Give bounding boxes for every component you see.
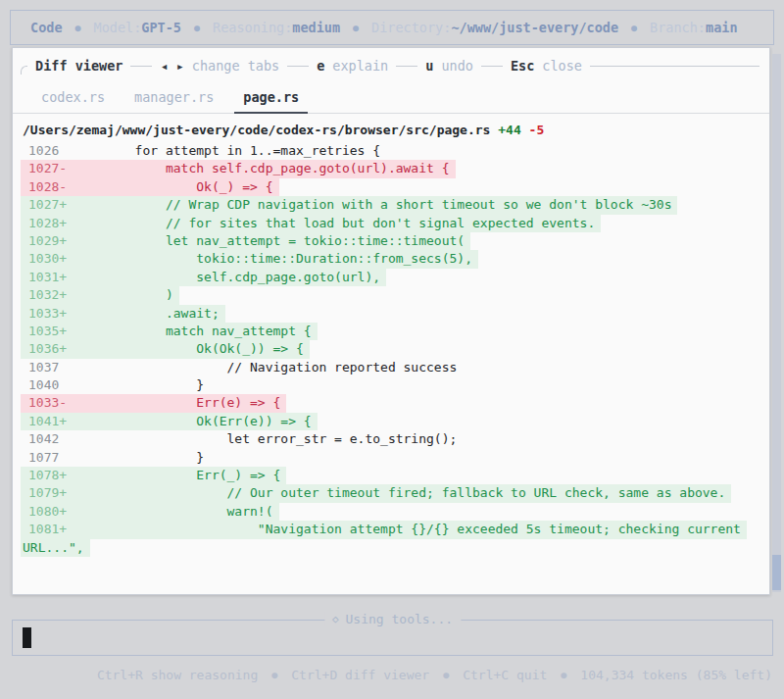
line-number: 1080+ [21, 503, 74, 521]
line-code: tokio::time::Duration::from_secs(5), [74, 250, 478, 268]
separator-bullet-icon: ● [631, 23, 637, 33]
line-number: 1037 [21, 359, 74, 376]
diff-line: 1033+ .await; [13, 305, 769, 323]
diff-line: 1031+ self.cdp_page.goto(url), [13, 269, 769, 286]
separator-bullet-icon: ● [194, 23, 200, 33]
line-number: 1032+ [21, 286, 74, 304]
diff-line: 1028+ // for sites that load but don't s… [13, 215, 769, 232]
tab-page-rs[interactable]: page.rs [234, 85, 308, 114]
diff-line: 1030+ tokio::time::Duration::from_secs(5… [13, 250, 769, 268]
line-code: } [74, 376, 210, 394]
scrollbar-thumb[interactable] [772, 555, 781, 590]
tab-manager-rs[interactable]: manager.rs [125, 85, 222, 114]
separator-bullet-icon: ● [443, 670, 449, 680]
hint-label: undo [441, 58, 473, 74]
diff-line: 1027+ // Wrap CDP navigation with a shor… [13, 196, 769, 214]
line-code: "Navigation attempt {}/{} exceeded 5s ti… [74, 521, 747, 538]
line-code: Ok(Ok(_)) => { [74, 340, 310, 358]
tab-codex-rs[interactable]: codex.rs [32, 85, 114, 114]
line-code: let nav_attempt = tokio::time::timeout( [74, 232, 470, 250]
diamond-icon: ◇ [332, 613, 339, 625]
hint-key: Esc [511, 58, 534, 74]
diff-line: 1079+ // Our outer timeout fired; fallba… [13, 484, 769, 502]
line-code: } [74, 449, 210, 467]
line-code: match nav_attempt { [74, 323, 318, 340]
header-item-value: GPT-5 [141, 20, 181, 35]
diff-line: 1040 } [13, 376, 769, 394]
hint-key: ◂ ▸ [160, 58, 183, 74]
text-cursor [23, 627, 31, 648]
hint-key: u [425, 58, 433, 74]
separator-bullet-icon: ● [75, 23, 81, 33]
divider-rule [130, 66, 152, 67]
line-number: 1081+ [21, 521, 74, 538]
line-number: 1077 [21, 449, 74, 467]
divider-rule [287, 66, 309, 67]
hint-label: change tabs [192, 58, 279, 74]
line-number: 1027+ [21, 196, 74, 214]
line-number: 1027- [21, 160, 74, 177]
diff-viewer-titlebar: Diff viewer ◂ ▸change tabseexplainuundoE… [13, 48, 769, 74]
footer-hint: Ctrl+C quit [463, 668, 547, 682]
diff-viewer-title: Diff viewer [35, 58, 122, 74]
line-number: 1030+ [21, 250, 74, 268]
footer-hints: Ctrl+R show reasoning●Ctrl+D diff viewer… [10, 665, 774, 684]
footer-hint: Ctrl+D diff viewer [291, 668, 429, 682]
line-code: // for sites that load but don't signal … [74, 215, 601, 232]
panel-corner [21, 66, 27, 75]
diff-viewer-panel: Diff viewer ◂ ▸change tabseexplainuundoE… [12, 47, 770, 595]
file-path-row: /Users/zemaj/www/just-every/code/codex-r… [13, 114, 769, 139]
separator-bullet-icon: ● [271, 670, 277, 680]
diff-line: 1029+ let nav_attempt = tokio::time::tim… [13, 232, 769, 250]
line-number: 1079+ [21, 484, 74, 502]
line-number: 1033+ [21, 305, 74, 323]
diff-line: 1037 // Navigation reported success [13, 359, 769, 376]
scrollbar[interactable] [772, 54, 781, 592]
line-code: let error_str = e.to_string(); [74, 430, 463, 448]
line-number: 1026 [21, 142, 74, 160]
diff-line: 1036+ Ok(Ok(_)) => { [13, 340, 769, 358]
hint-key: e [317, 58, 324, 74]
line-code: Err(e) => { [74, 394, 286, 412]
diff-line: 1041+ Ok(Err(e)) => { [13, 413, 769, 430]
diff-line: 1077 } [13, 449, 769, 467]
diff-line: 1081+ "Navigation attempt {}/{} exceeded… [13, 521, 769, 538]
line-number: 1028- [21, 178, 74, 196]
separator-bullet-icon: ● [561, 670, 566, 680]
diff-line: URL...", [13, 539, 769, 557]
app-name: Code [30, 20, 63, 35]
diff-line: 1032+ ) [13, 286, 769, 304]
line-number: 1040 [21, 376, 74, 394]
line-code: for attempt in 1..=max_retries { [74, 142, 386, 160]
footer-hint: Ctrl+R show reasoning [97, 668, 258, 682]
line-code: ) [74, 286, 179, 304]
diff-line: 1080+ warn!( [13, 503, 769, 521]
line-code: // Wrap CDP navigation with a short time… [74, 196, 677, 214]
file-path: /Users/zemaj/www/just-every/code/codex-r… [23, 123, 490, 137]
line-code: match self.cdp_page.goto(url).await { [74, 160, 456, 177]
diff-tabs: codex.rsmanager.rspage.rs [13, 85, 769, 114]
composer-box[interactable]: ◇ Using tools... [12, 620, 773, 656]
line-number: 1031+ [21, 269, 74, 286]
diff-line: 1033- Err(e) => { [13, 394, 769, 412]
status-text: Using tools... [346, 612, 454, 626]
line-code: Ok(Err(e)) => { [74, 413, 318, 430]
header-item-value: main [706, 20, 738, 35]
diff-line: 1027- match self.cdp_page.goto(url).awai… [13, 160, 769, 177]
divider-rule [590, 66, 760, 67]
header-item-value: ~/www/just-every/code [451, 20, 618, 35]
header-item-label: Branch: [650, 20, 706, 35]
keyboard-hints: ◂ ▸change tabseexplainuundoEscclose [130, 58, 760, 74]
header-item-label: Reasoning: [213, 20, 292, 35]
line-code: Ok(_) => { [74, 178, 279, 196]
line-number: 1035+ [21, 323, 74, 340]
hint-label: close [542, 58, 582, 74]
line-number: 1036+ [21, 340, 74, 358]
composer-status: ◇ Using tools... [324, 612, 461, 626]
line-number: 1042 [21, 430, 74, 448]
line-code: // Our outer timeout fired; fallback to … [74, 484, 731, 502]
divider-rule [396, 66, 417, 67]
session-header-items: ●Model: GPT-5●Reasoning: medium●Director… [63, 20, 738, 35]
line-number: 1033- [21, 394, 74, 412]
diff-line: 1078+ Err(_) => { [13, 467, 769, 484]
